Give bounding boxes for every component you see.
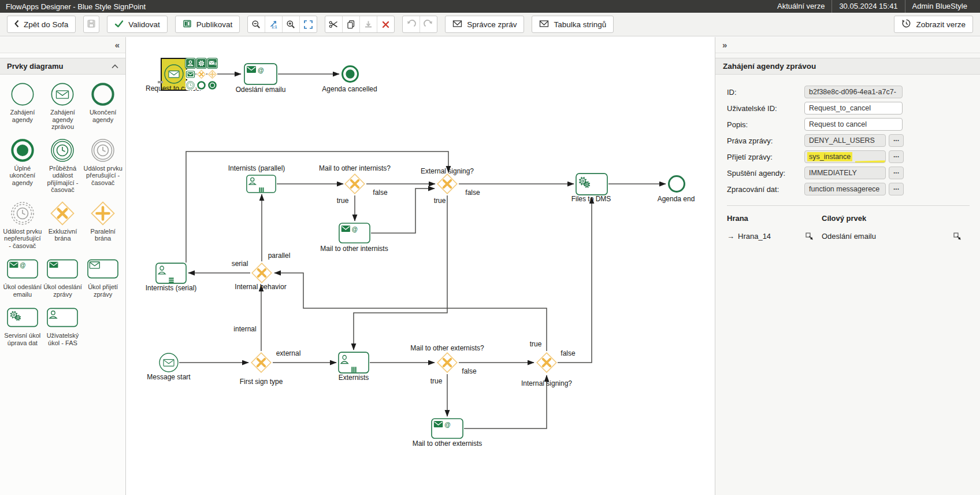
- timer-event-quick-icon[interactable]: [185, 80, 195, 90]
- collapse-sidebar-icon[interactable]: «: [115, 40, 120, 50]
- node-internal-behavior[interactable]: [251, 262, 273, 284]
- edge-21[interactable]: [558, 197, 592, 363]
- email-task-quick-icon[interactable]: @: [207, 58, 217, 68]
- palette-item-user-task-item[interactable]: Uživatelský úkol - FAS: [43, 305, 83, 346]
- select-edge-button[interactable]: [805, 232, 814, 241]
- palette-item-boundary-timer-noninterrupting-item[interactable]: Událost prvku nepřerušující - časovač: [3, 201, 42, 250]
- undo-button[interactable]: [403, 16, 420, 32]
- message-rights-field-row: Práva zprávy:DENY_ALL_USERS...: [727, 132, 970, 149]
- palette-item-start-event-item[interactable]: Zahájení agendy: [3, 82, 42, 131]
- download-button[interactable]: [359, 16, 377, 32]
- edge-14[interactable]: [354, 195, 447, 350]
- zoom-reset-button[interactable]: 1:1: [265, 16, 282, 32]
- palette-item-message-start-event-item[interactable]: Zahájení agendy zprávou: [43, 82, 83, 131]
- message-rights-field-more-button[interactable]: ...: [889, 134, 904, 147]
- zoom-out-button[interactable]: [248, 16, 265, 32]
- edge-8[interactable]: [186, 152, 448, 263]
- node-internal-signing-gw[interactable]: [536, 352, 558, 374]
- chevron-up-icon: [112, 62, 118, 71]
- description-field-input[interactable]: Request to cancel: [804, 118, 903, 131]
- message-receive-field-more-button[interactable]: ...: [889, 150, 904, 163]
- node-internists-parallel-label: Internists (parallel): [228, 164, 285, 172]
- node-files-to-dms[interactable]: [576, 173, 608, 195]
- full-end-event-quick-icon[interactable]: [207, 80, 217, 90]
- zoom-in-button[interactable]: [282, 16, 299, 32]
- node-internists-parallel[interactable]: [246, 175, 276, 193]
- message-task-quick-icon[interactable]: [185, 69, 195, 79]
- node-mail-to-other-externists-label: Mail to other externists: [413, 439, 482, 448]
- palette-item-full-end-event-item[interactable]: Úplné ukončení agendy: [3, 138, 42, 194]
- show-versions-button[interactable]: Zobrazit verze: [894, 16, 973, 33]
- validate-button[interactable]: Validovat: [107, 16, 168, 33]
- palette-item-end-event-item[interactable]: Ukončení agendy: [83, 82, 122, 131]
- node-mail-to-other-externists[interactable]: @: [431, 418, 463, 439]
- select-target-button[interactable]: [953, 232, 962, 241]
- receive-message-task-item-icon: [87, 256, 119, 282]
- agenda-start-field-more-button[interactable]: ...: [889, 167, 904, 179]
- user-id-field-input[interactable]: Request_to_cancel: [804, 102, 903, 114]
- exclusive-gateway-quick-icon[interactable]: [196, 69, 206, 79]
- app-title: FlowApps Designer - Blue Style SignPoint: [6, 2, 146, 11]
- node-mail-to-other-internists-gw[interactable]: [344, 173, 366, 195]
- collapse-panel-icon[interactable]: »: [722, 40, 727, 50]
- message-receive-field-input[interactable]: sys_instance: [804, 150, 886, 163]
- svg-text:@: @: [214, 62, 217, 65]
- node-request-to-cancel[interactable]: [164, 64, 184, 84]
- save-button[interactable]: [83, 16, 99, 33]
- palette-item-label: Exkluzivní brána: [43, 228, 83, 242]
- data-processing-field-input[interactable]: function messagerece: [804, 183, 886, 195]
- node-mail-to-other-externists-gw[interactable]: [436, 352, 458, 374]
- app-window: FlowApps Designer - Blue Style SignPoint…: [0, 0, 980, 495]
- palette-item-receive-message-task-item[interactable]: Úkol přijetí zprávy: [83, 256, 122, 298]
- palette-item-intermediate-timer-event-item[interactable]: Průběžná událost přijímající - časovač: [43, 138, 83, 194]
- publish-button[interactable]: Publikovat: [175, 16, 240, 33]
- data-processing-field-more-button[interactable]: ...: [889, 183, 904, 195]
- node-agenda-cancelled[interactable]: [341, 65, 359, 83]
- target-column-header: Cílový prvek: [822, 214, 970, 223]
- node-odeslani-emailu[interactable]: @: [244, 63, 277, 85]
- palette-item-boundary-timer-interrupting-item[interactable]: Událost prvku přerušující - časovač: [83, 138, 122, 194]
- palette-item-exclusive-gateway-item[interactable]: Exkluzivní brána: [43, 201, 83, 250]
- arrow-right-icon: →: [727, 232, 734, 241]
- end-event-quick-icon[interactable]: [196, 80, 206, 90]
- node-first-sign-type[interactable]: [250, 352, 272, 374]
- end-event-item-icon: [91, 82, 115, 107]
- diagram-canvas[interactable]: externalinternalserialparallelfalsetruef…: [126, 37, 715, 495]
- palette-item-label: Úplné ukončení agendy: [3, 165, 42, 187]
- copy-button[interactable]: [342, 16, 359, 32]
- palette-item-service-task-item[interactable]: Servisní úkol úprava dat: [3, 305, 42, 346]
- message-manager-button[interactable]: Správce zpráv: [445, 16, 524, 33]
- cut-button[interactable]: [325, 16, 342, 32]
- edge-row: → Hrana_14: [727, 232, 822, 241]
- svg-text:@: @: [444, 421, 450, 428]
- id-field-input[interactable]: b2f38e8c-d096-4ea1-a7c7-: [804, 86, 903, 98]
- palette-section-header[interactable]: Prvky diagramu: [0, 58, 125, 75]
- node-message-start[interactable]: [158, 352, 179, 373]
- message-rights-field-input[interactable]: DENY_ALL_USERS: [804, 134, 886, 147]
- highlighted-value: sys_instance: [807, 152, 852, 161]
- service-task-quick-icon[interactable]: [196, 58, 206, 68]
- fit-view-button[interactable]: [299, 16, 317, 32]
- palette-item-send-message-task-item[interactable]: Úkol odeslání zprávy: [43, 256, 83, 298]
- palette-item-send-email-task-item[interactable]: @Úkol odeslání emailu: [3, 256, 42, 298]
- back-button[interactable]: Zpět do Sofa: [7, 16, 76, 33]
- redo-button[interactable]: [420, 16, 437, 32]
- user-task-quick-icon[interactable]: [185, 58, 195, 68]
- parallel-gateway-quick-icon[interactable]: [207, 69, 217, 79]
- agenda-start-field-input[interactable]: IMMEDIATELY: [804, 167, 886, 179]
- node-external-signing-gw[interactable]: [436, 173, 458, 195]
- palette-item-parallel-gateway-item[interactable]: Paralelní brána: [83, 201, 122, 250]
- quick-add-row: [185, 80, 217, 90]
- node-agenda-end[interactable]: [667, 175, 686, 193]
- node-externists[interactable]: [338, 352, 369, 374]
- selection-handle[interactable]: [158, 81, 163, 83]
- node-internists-serial[interactable]: [155, 263, 187, 284]
- palette-item-label: Paralelní brána: [83, 228, 122, 242]
- edge-20[interactable]: [274, 273, 547, 351]
- send-email-task-item-icon: @: [6, 256, 39, 282]
- palette-item-label: Úkol odeslání zprávy: [43, 283, 83, 298]
- delete-button[interactable]: [377, 16, 394, 32]
- node-mail-to-other-internists[interactable]: @: [339, 223, 370, 243]
- message-receive-field-label: Přijetí zprávy:: [727, 153, 804, 161]
- strings-table-button[interactable]: Tabulka stringů: [532, 16, 614, 33]
